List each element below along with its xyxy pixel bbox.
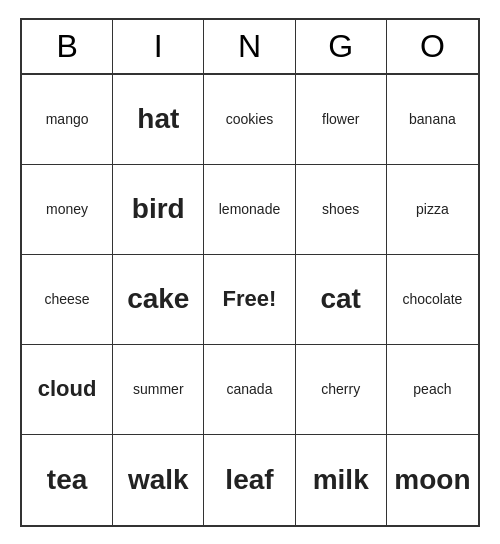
cell-0: mango	[22, 75, 113, 165]
cell-7: lemonade	[204, 165, 295, 255]
cell-24: moon	[387, 435, 478, 525]
cell-2: cookies	[204, 75, 295, 165]
bingo-header: BINGO	[22, 20, 478, 75]
cell-4: banana	[387, 75, 478, 165]
cell-23: milk	[296, 435, 387, 525]
cell-20: tea	[22, 435, 113, 525]
cell-12: Free!	[204, 255, 295, 345]
bingo-grid: mangohatcookiesflowerbananamoneybirdlemo…	[22, 75, 478, 525]
cell-11: cake	[113, 255, 204, 345]
cell-3: flower	[296, 75, 387, 165]
bingo-card: BINGO mangohatcookiesflowerbananamoneybi…	[20, 18, 480, 527]
cell-5: money	[22, 165, 113, 255]
cell-6: bird	[113, 165, 204, 255]
header-O: O	[387, 20, 478, 73]
cell-1: hat	[113, 75, 204, 165]
header-I: I	[113, 20, 204, 73]
header-G: G	[296, 20, 387, 73]
cell-17: canada	[204, 345, 295, 435]
cell-21: walk	[113, 435, 204, 525]
header-N: N	[204, 20, 295, 73]
cell-15: cloud	[22, 345, 113, 435]
cell-9: pizza	[387, 165, 478, 255]
cell-19: peach	[387, 345, 478, 435]
cell-16: summer	[113, 345, 204, 435]
header-B: B	[22, 20, 113, 73]
cell-8: shoes	[296, 165, 387, 255]
cell-22: leaf	[204, 435, 295, 525]
cell-13: cat	[296, 255, 387, 345]
cell-10: cheese	[22, 255, 113, 345]
cell-18: cherry	[296, 345, 387, 435]
cell-14: chocolate	[387, 255, 478, 345]
